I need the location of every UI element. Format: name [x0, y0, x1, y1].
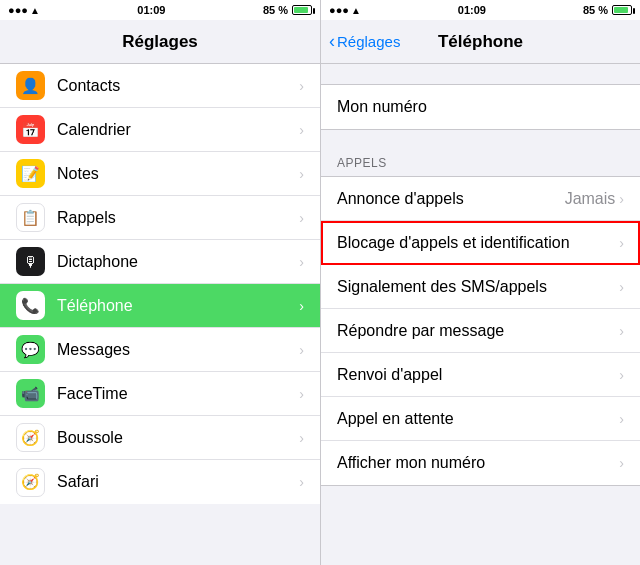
section-appels-header: APPELS: [321, 140, 640, 176]
attente-item[interactable]: Appel en attente ›: [321, 397, 640, 441]
telephone-icon: 📞: [16, 291, 45, 320]
settings-item-contacts[interactable]: 👤 Contacts ›: [0, 64, 320, 108]
messages-icon: 💬: [16, 335, 45, 364]
battery-fill-left: [294, 7, 308, 13]
rappels-icon: 📋: [16, 203, 45, 232]
battery-pct-left: 85 %: [263, 4, 288, 16]
boussole-icon: 🧭: [16, 423, 45, 452]
mon-numero-group: Mon numéro: [321, 84, 640, 130]
attente-label: Appel en attente: [337, 410, 619, 428]
facetime-chevron: ›: [299, 386, 304, 402]
battery-fill-right: [614, 7, 628, 13]
calendrier-label: Calendrier: [57, 121, 299, 139]
blocage-chevron: ›: [619, 235, 624, 251]
time-right: 01:09: [458, 4, 486, 16]
settings-list-left: 👤 Contacts › 📅 Calendrier › 📝 Notes ›: [0, 64, 320, 565]
battery-area-left: 85 %: [263, 4, 312, 16]
signal-bars: ●●●: [8, 4, 28, 16]
back-label: Réglages: [337, 33, 400, 50]
settings-item-facetime[interactable]: 📹 FaceTime ›: [0, 372, 320, 416]
facetime-icon: 📹: [16, 379, 45, 408]
gap-top: [321, 64, 640, 74]
annonce-chevron: ›: [619, 191, 624, 207]
messages-label: Messages: [57, 341, 299, 359]
calendrier-icon: 📅: [16, 115, 45, 144]
contacts-label: Contacts: [57, 77, 299, 95]
contacts-icon: 👤: [16, 71, 45, 100]
battery-icon-left: [292, 5, 312, 15]
contacts-chevron: ›: [299, 78, 304, 94]
mon-numero-label: Mon numéro: [337, 98, 624, 116]
telephone-label: Téléphone: [57, 297, 299, 315]
annonce-value: Jamais: [565, 190, 616, 208]
dictaphone-chevron: ›: [299, 254, 304, 270]
afficher-chevron: ›: [619, 455, 624, 471]
settings-item-rappels[interactable]: 📋 Rappels ›: [0, 196, 320, 240]
battery-icon-right: [612, 5, 632, 15]
signal-left: ●●● ▲: [8, 4, 40, 16]
right-settings-list: Mon numéro APPELS Annonce d'appels Jamai…: [321, 64, 640, 565]
signal-bars-right: ●●●: [329, 4, 349, 16]
annonce-item[interactable]: Annonce d'appels Jamais ›: [321, 177, 640, 221]
signalement-item[interactable]: Signalement des SMS/appels ›: [321, 265, 640, 309]
safari-icon: 🧭: [16, 468, 45, 497]
repondre-label: Répondre par message: [337, 322, 619, 340]
left-title: Réglages: [122, 32, 198, 52]
left-panel: ●●● ▲ 01:09 85 % Réglages 👤 Contacts ›: [0, 0, 320, 565]
settings-item-dictaphone[interactable]: 🎙 Dictaphone ›: [0, 240, 320, 284]
annonce-label: Annonce d'appels: [337, 190, 565, 208]
wifi-icon-right: ▲: [351, 5, 361, 16]
nav-bar-right: ‹ Réglages Téléphone: [321, 20, 640, 64]
settings-item-messages[interactable]: 💬 Messages ›: [0, 328, 320, 372]
settings-item-calendrier[interactable]: 📅 Calendrier ›: [0, 108, 320, 152]
back-button[interactable]: ‹ Réglages: [329, 31, 400, 52]
facetime-label: FaceTime: [57, 385, 299, 403]
signal-right: ●●● ▲: [329, 4, 361, 16]
appels-group: Annonce d'appels Jamais › Blocage d'appe…: [321, 176, 640, 486]
settings-item-boussole[interactable]: 🧭 Boussole ›: [0, 416, 320, 460]
repondre-item[interactable]: Répondre par message ›: [321, 309, 640, 353]
status-bar-left: ●●● ▲ 01:09 85 %: [0, 0, 320, 20]
battery-pct-right: 85 %: [583, 4, 608, 16]
notes-label: Notes: [57, 165, 299, 183]
messages-chevron: ›: [299, 342, 304, 358]
settings-group-main: 👤 Contacts › 📅 Calendrier › 📝 Notes ›: [0, 64, 320, 504]
battery-area-right: 85 %: [583, 4, 632, 16]
dictaphone-icon: 🎙: [16, 247, 45, 276]
renvoi-chevron: ›: [619, 367, 624, 383]
rappels-label: Rappels: [57, 209, 299, 227]
attente-chevron: ›: [619, 411, 624, 427]
renvoi-item[interactable]: Renvoi d'appel ›: [321, 353, 640, 397]
notes-chevron: ›: [299, 166, 304, 182]
afficher-label: Afficher mon numéro: [337, 454, 619, 472]
wifi-icon: ▲: [30, 5, 40, 16]
calendrier-chevron: ›: [299, 122, 304, 138]
blocage-label: Blocage d'appels et identification: [337, 234, 619, 252]
signalement-chevron: ›: [619, 279, 624, 295]
rappels-chevron: ›: [299, 210, 304, 226]
settings-item-telephone[interactable]: 📞 Téléphone ›: [0, 284, 320, 328]
signalement-label: Signalement des SMS/appels: [337, 278, 619, 296]
chevron-left-icon: ‹: [329, 31, 335, 52]
status-bar-right: ●●● ▲ 01:09 85 %: [321, 0, 640, 20]
right-title: Téléphone: [438, 32, 523, 52]
mon-numero-item[interactable]: Mon numéro: [321, 85, 640, 129]
nav-bar-left: Réglages: [0, 20, 320, 64]
afficher-item[interactable]: Afficher mon numéro ›: [321, 441, 640, 485]
time-left: 01:09: [137, 4, 165, 16]
boussole-label: Boussole: [57, 429, 299, 447]
dictaphone-label: Dictaphone: [57, 253, 299, 271]
blocage-item[interactable]: Blocage d'appels et identification ›: [321, 221, 640, 265]
gap-appels: [321, 130, 640, 140]
safari-chevron: ›: [299, 474, 304, 490]
renvoi-label: Renvoi d'appel: [337, 366, 619, 384]
right-panel: ●●● ▲ 01:09 85 % ‹ Réglages Téléphone Mo…: [320, 0, 640, 565]
settings-item-notes[interactable]: 📝 Notes ›: [0, 152, 320, 196]
settings-item-safari[interactable]: 🧭 Safari ›: [0, 460, 320, 504]
safari-label: Safari: [57, 473, 299, 491]
repondre-chevron: ›: [619, 323, 624, 339]
boussole-chevron: ›: [299, 430, 304, 446]
notes-icon: 📝: [16, 159, 45, 188]
telephone-chevron: ›: [299, 298, 304, 314]
